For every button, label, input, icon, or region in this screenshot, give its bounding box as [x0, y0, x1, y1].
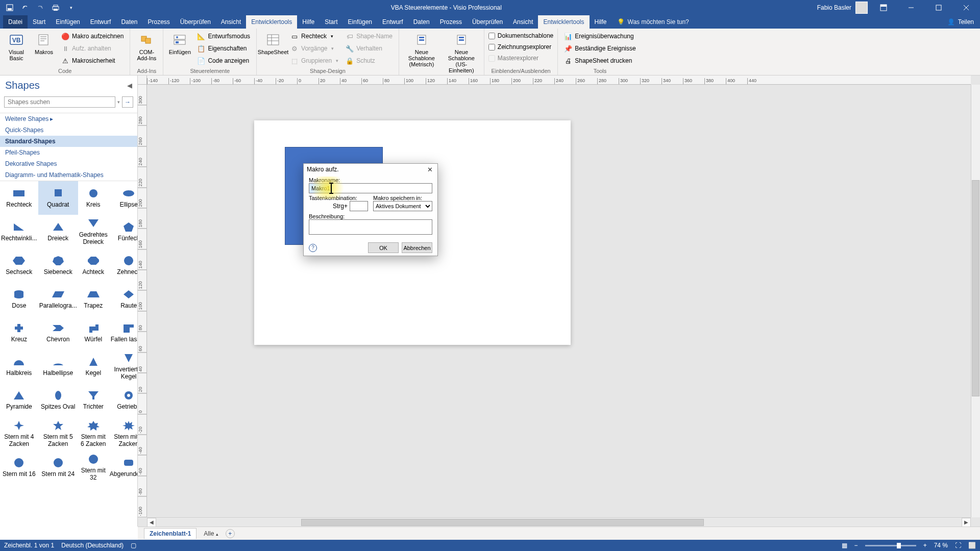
shape-item[interactable]: Sechseck — [0, 248, 38, 282]
insert-control-button[interactable]: Einfügen — [167, 31, 192, 56]
shape-item[interactable]: Siebeneck — [38, 248, 78, 282]
shape-item[interactable]: Achteck — [78, 248, 109, 282]
cancel-button[interactable]: Abbrechen — [402, 242, 432, 253]
tab-einfügen[interactable]: Einfügen — [51, 15, 85, 29]
tab-daten[interactable]: Daten — [408, 15, 435, 29]
tab-entwicklertools[interactable]: Entwicklertools — [538, 15, 589, 29]
shape-item[interactable]: Zehneck — [109, 248, 137, 282]
shape-item[interactable]: Trapez — [78, 282, 109, 316]
shape-item[interactable]: Halbellipse — [38, 349, 78, 383]
save-icon[interactable] — [5, 3, 14, 12]
tab-hilfe[interactable]: Hilfe — [590, 15, 612, 29]
shape-item[interactable]: Stern mit 24 — [38, 450, 78, 484]
shape-item[interactable]: Chevron — [38, 316, 78, 349]
tab-entwicklertools[interactable]: Entwicklertools — [246, 15, 297, 29]
shape-item[interactable]: Kreis — [78, 181, 109, 215]
tab-start[interactable]: Start — [320, 15, 342, 29]
doc-stencil-checkbox[interactable]: Dokumentschablone — [488, 31, 553, 41]
print-shapesheet-button[interactable]: 🖨ShapeSheet drucken — [562, 55, 638, 66]
minimize-button[interactable] — [899, 0, 923, 15]
dialog-help-icon[interactable]: ? — [309, 244, 317, 252]
shape-item[interactable]: Trichter — [78, 383, 109, 417]
shapesheet-button[interactable]: ShapeSheet — [261, 31, 285, 56]
shape-item[interactable]: Stern mit 16 — [0, 450, 38, 484]
shape-item[interactable]: Kreuz — [0, 316, 38, 349]
properties-button[interactable]: 📋Eigenschaften — [195, 43, 252, 54]
print-icon[interactable] — [51, 3, 60, 12]
horizontal-scrollbar[interactable]: ◀ ▶ — [147, 517, 971, 527]
shape-item[interactable]: Stern mit 6 Zacken — [78, 417, 109, 450]
redo-icon[interactable] — [36, 3, 45, 12]
shape-item[interactable]: Pyramide — [0, 383, 38, 417]
tab-überprüfen[interactable]: Überprüfen — [175, 15, 216, 29]
tab-prozess[interactable]: Prozess — [142, 15, 175, 29]
shape-item[interactable]: Rechteck — [0, 181, 38, 215]
zoom-in-icon[interactable]: + — [923, 542, 927, 549]
shape-category[interactable]: Pfeil-Shapes — [0, 147, 137, 158]
shape-item[interactable]: Ellipse — [109, 181, 137, 215]
shape-item[interactable]: Fallen lassen — [109, 316, 137, 349]
makros-button[interactable]: Makros — [32, 31, 56, 56]
qat-dropdown-icon[interactable]: ▾ — [66, 3, 76, 12]
fit-page-icon[interactable]: ⛶ — [955, 542, 961, 549]
tab-hilfe[interactable]: Hilfe — [297, 15, 320, 29]
new-stencil-metric-button[interactable]: Neue Schablone (Metrisch) — [403, 31, 440, 68]
visual-basic-button[interactable]: VB Visual Basic — [4, 31, 29, 62]
shape-item[interactable]: Stern mit 7 Zacken — [109, 417, 137, 450]
shape-item[interactable]: Kegel — [78, 349, 109, 383]
tab-prozess[interactable]: Prozess — [435, 15, 467, 29]
zoom-out-icon[interactable]: − — [854, 542, 858, 549]
shapes-search-input[interactable] — [4, 96, 115, 108]
com-addins-button[interactable]: COM- Add-Ins — [134, 31, 159, 62]
undo-icon[interactable] — [20, 3, 30, 12]
shape-item[interactable]: Invertierter Kegel — [109, 349, 137, 383]
design-mode-button[interactable]: 📐Entwurfsmodus — [195, 31, 252, 42]
user-avatar[interactable] — [855, 2, 868, 14]
store-in-select[interactable]: Aktives Dokument — [373, 201, 432, 211]
macro-record-icon[interactable]: ▢ — [131, 542, 136, 549]
zoom-knob[interactable] — [897, 543, 901, 548]
tab-ansicht[interactable]: Ansicht — [508, 15, 538, 29]
shape-item[interactable]: Abgerundetes — [109, 450, 137, 484]
tab-file[interactable]: Datei — [3, 15, 28, 29]
macro-name-input[interactable] — [309, 183, 432, 193]
shape-item[interactable]: Fünfeck — [109, 215, 137, 248]
shape-category[interactable]: Quick-Shapes — [0, 124, 137, 136]
page-tab-active[interactable]: Zeichenblatt-1 — [144, 528, 197, 539]
record-macro-button[interactable]: 🔴Makro aufzeichnen — [59, 31, 126, 42]
shape-category[interactable]: Dekorative Shapes — [0, 158, 137, 169]
dialog-close-icon[interactable]: ✕ — [425, 165, 434, 174]
macro-security-button[interactable]: ⚠Makrosicherheit — [59, 55, 126, 66]
shape-item[interactable]: Würfel — [78, 316, 109, 349]
close-button[interactable] — [954, 0, 978, 15]
shape-item[interactable]: Rechtwinkli... — [0, 215, 38, 248]
share-button[interactable]: 👤 Teilen — [941, 15, 980, 29]
vertical-scrollbar[interactable] — [971, 85, 980, 517]
scroll-left-icon[interactable]: ◀ — [147, 518, 156, 527]
scroll-thumb[interactable] — [972, 180, 979, 396]
tab-überprüfen[interactable]: Überprüfen — [467, 15, 508, 29]
scroll-right-icon[interactable]: ▶ — [962, 518, 971, 527]
shortcut-key-input[interactable] — [350, 201, 368, 211]
tab-ansicht[interactable]: Ansicht — [216, 15, 246, 29]
ribbon-options-icon[interactable] — [872, 0, 895, 15]
master-explorer-checkbox[interactable]: Masterexplorer — [488, 53, 553, 63]
shape-item[interactable]: Parallelogra... — [38, 282, 78, 316]
shape-category[interactable]: Diagramm- und Mathematik-Shapes — [0, 169, 137, 181]
scroll-thumb[interactable] — [301, 519, 704, 526]
shape-category[interactable]: Weitere Shapes ▸ — [0, 113, 137, 124]
tab-entwurf[interactable]: Entwurf — [85, 15, 116, 29]
maximize-button[interactable] — [927, 0, 950, 15]
viewport[interactable] — [147, 85, 971, 517]
shape-item[interactable]: Gedrehtes Dreieck — [78, 215, 109, 248]
shape-item[interactable]: Stern mit 4 Zacken — [0, 417, 38, 450]
add-page-button[interactable]: + — [226, 529, 235, 538]
rectangle-tool-button[interactable]: ▭Rechteck▾ — [288, 31, 340, 42]
all-pages-button[interactable]: Alle ▴ — [201, 530, 221, 537]
shape-item[interactable]: Stern mit 5 Zacken — [38, 417, 78, 450]
event-monitor-button[interactable]: 📊Ereignisüberwachung — [562, 31, 638, 42]
ok-button[interactable]: OK — [368, 242, 399, 253]
new-stencil-us-button[interactable]: Neue Schablone (US-Einheiten) — [443, 31, 480, 74]
persistent-events-button[interactable]: 📌Beständige Ereignisse — [562, 43, 638, 54]
shape-category[interactable]: Standard-Shapes — [0, 136, 137, 147]
